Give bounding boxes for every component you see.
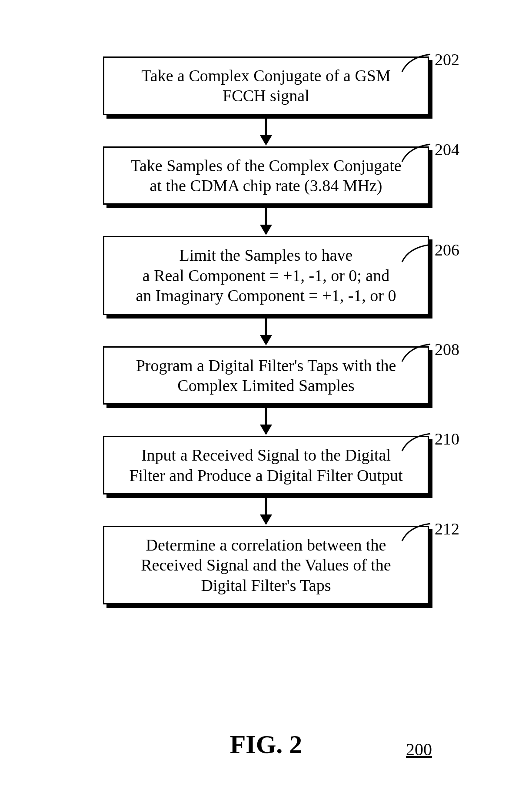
box-content: Take Samples of the Complex Conjugate at… [103,146,429,205]
step-box-202: Take a Complex Conjugate of a GSM FCCH s… [103,56,429,115]
step-box-206: Limit the Samples to have a Real Compone… [103,236,429,315]
step-wrap-208: Program a Digital Filter's Taps with the… [0,346,532,405]
step-line: Received Signal and the Values of the [141,555,391,575]
leader-line-icon [400,431,435,453]
step-box-210: Input a Received Signal to the Digital F… [103,436,429,494]
step-line: Take a Complex Conjugate of a GSM [141,66,391,86]
ref-label-204: 204 [435,140,459,159]
ref-label-210: 210 [435,429,459,448]
step-line: an Imaginary Component = +1, -1, or 0 [136,285,396,305]
box-content: Limit the Samples to have a Real Compone… [103,236,429,315]
ref-label-212: 212 [435,519,459,538]
arrow-down-icon [257,205,275,236]
figure-footer: FIG. 2 200 [0,730,532,760]
svg-marker-5 [260,335,272,345]
step-box-204: Take Samples of the Complex Conjugate at… [103,146,429,205]
step-wrap-206: Limit the Samples to have a Real Compone… [0,236,532,315]
step-box-208: Program a Digital Filter's Taps with the… [103,346,429,405]
arrow-down-icon [257,315,275,346]
step-line: at the CDMA chip rate (3.84 MHz) [150,176,382,196]
step-line: Input a Received Signal to the Digital [141,445,391,465]
flowchart: Take a Complex Conjugate of a GSM FCCH s… [0,56,532,604]
arrow-down-icon [257,494,275,526]
step-line: FCCH signal [223,86,309,106]
step-line: Take Samples of the Complex Conjugate [130,156,401,176]
svg-marker-7 [260,425,272,435]
box-content: Program a Digital Filter's Taps with the… [103,346,429,405]
step-wrap-204: Take Samples of the Complex Conjugate at… [0,146,532,205]
step-line: Digital Filter's Taps [201,575,331,595]
leader-line-icon [400,342,435,364]
ref-label-202: 202 [435,50,459,69]
arrow-down-icon [257,115,275,146]
step-box-212: Determine a correlation between the Rece… [103,526,429,604]
arrow-down-icon [257,405,275,436]
step-line: Limit the Samples to have [180,245,353,265]
leader-line-icon [400,142,435,164]
step-wrap-202: Take a Complex Conjugate of a GSM FCCH s… [0,56,532,115]
box-content: Take a Complex Conjugate of a GSM FCCH s… [103,56,429,115]
svg-marker-1 [260,135,272,146]
box-content: Determine a correlation between the Rece… [103,526,429,604]
leader-line-icon [400,521,435,543]
step-wrap-212: Determine a correlation between the Rece… [0,526,532,604]
step-line: Determine a correlation between the [146,535,386,555]
ref-label-206: 206 [435,240,459,259]
box-content: Input a Received Signal to the Digital F… [103,436,429,494]
ref-label-208: 208 [435,340,459,359]
step-wrap-210: Input a Received Signal to the Digital F… [0,436,532,494]
step-line: a Real Component = +1, -1, or 0; and [143,265,389,285]
step-line: Program a Digital Filter's Taps with the [136,355,396,375]
step-line: Complex Limited Samples [177,375,354,395]
svg-marker-9 [260,514,272,525]
figure-title: FIG. 2 [230,730,303,759]
figure-number: 200 [406,739,432,760]
leader-line-icon [400,242,435,264]
leader-line-icon [400,52,435,74]
step-line: Filter and Produce a Digital Filter Outp… [129,465,402,485]
svg-marker-3 [260,225,272,235]
